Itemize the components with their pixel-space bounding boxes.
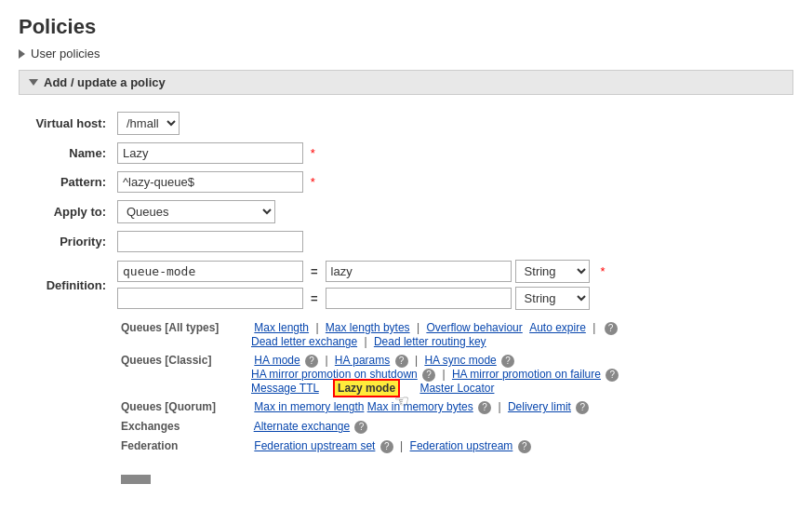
qm-ha-sync-mode[interactable]: ? xyxy=(501,355,514,368)
hint-auto-expire[interactable]: Auto expire xyxy=(529,321,586,334)
def-required: * xyxy=(601,264,606,278)
hint-ha-mirror-failure[interactable]: HA mirror promotion on failure xyxy=(452,368,601,381)
apply-to-row: Apply to: Queues Exchanges All xyxy=(19,196,793,227)
apply-to-label: Apply to: xyxy=(19,196,112,227)
hint-ha-params[interactable]: HA params xyxy=(335,354,390,367)
qm-ha-mirror-failure[interactable]: ? xyxy=(606,369,619,382)
def-type2-select[interactable]: String Number Boolean List xyxy=(515,287,590,310)
name-label: Name: xyxy=(19,139,112,168)
hint-max-in-memory-bytes[interactable]: Max in memory bytes xyxy=(367,400,473,413)
priority-input[interactable] xyxy=(117,231,303,252)
pattern-input[interactable] xyxy=(117,171,303,193)
qm-ha-mirror-shutdown[interactable]: ? xyxy=(422,369,435,382)
definition-row: Definition: = String Number Boolean List… xyxy=(19,256,793,314)
hint-queues-all-links: Max length | Max length bytes | Overflow… xyxy=(254,321,617,334)
add-update-policy-section: Add / update a policy xyxy=(19,70,793,95)
hint-overflow-behaviour[interactable]: Overflow behaviour xyxy=(426,321,522,334)
user-policies-toggle[interactable]: User policies xyxy=(19,47,793,61)
definition-label: Definition: xyxy=(19,256,112,314)
hint-alternate-exchange[interactable]: Alternate exchange xyxy=(254,420,350,433)
hint-federation-upstream-set[interactable]: Federation upstream set xyxy=(254,439,375,452)
hint-ha-sync-mode[interactable]: HA sync mode xyxy=(424,354,496,367)
hint-max-length-bytes[interactable]: Max length bytes xyxy=(326,321,410,334)
def-eq-2: = xyxy=(311,291,318,305)
def-key2-input[interactable] xyxy=(117,288,303,309)
arrow-right-icon xyxy=(19,49,25,59)
priority-label: Priority: xyxy=(19,227,112,256)
hint-exchanges-label: Exchanges xyxy=(121,420,251,433)
hint-master-locator[interactable]: Master Locator xyxy=(419,382,494,395)
qm-alternate-exchange[interactable]: ? xyxy=(354,421,367,434)
qm-max-memory-bytes[interactable]: ? xyxy=(478,401,491,414)
name-row: Name: * xyxy=(19,139,793,168)
hint-exchanges: Exchanges Alternate exchange ? xyxy=(121,420,793,434)
lazy-mode-container: Lazy mode ☞ xyxy=(333,382,400,395)
hint-queues-quorum-links: Max in memory length Max in memory bytes… xyxy=(254,400,589,413)
hint-queues-quorum: Queues [Quorum] Max in memory length Max… xyxy=(121,400,793,414)
user-policies-label: User policies xyxy=(31,47,100,61)
name-input[interactable] xyxy=(117,142,303,164)
hint-queues-all-label: Queues [All types] xyxy=(121,321,251,334)
hint-queues-all: Queues [All types] Max length | Max leng… xyxy=(121,321,793,348)
hint-ha-mode[interactable]: HA mode xyxy=(254,354,300,367)
hint-max-in-memory-length[interactable]: Max in memory length xyxy=(254,400,364,413)
hint-max-length[interactable]: Max length xyxy=(254,321,309,334)
policy-form: Virtual host: /hmall Name: * Pattern: * … xyxy=(19,108,793,314)
add-update-policy-label: Add / update a policy xyxy=(44,75,166,89)
virtual-host-label: Virtual host: xyxy=(19,108,112,139)
def-key-input[interactable] xyxy=(117,261,303,282)
virtual-host-select[interactable]: /hmall xyxy=(117,112,180,135)
qm-federation-upstream-set[interactable]: ? xyxy=(380,440,393,453)
pattern-row: Pattern: * xyxy=(19,168,793,196)
definition-row-1: = String Number Boolean List * xyxy=(117,260,788,283)
apply-to-select[interactable]: Queues Exchanges All xyxy=(117,200,275,223)
hint-federation-upstream[interactable]: Federation upstream xyxy=(410,439,513,452)
def-value-input[interactable] xyxy=(326,261,512,282)
hint-federation: Federation Federation upstream set ? | F… xyxy=(121,439,793,453)
submit-button[interactable] xyxy=(121,475,151,484)
hint-queues-classic: Queues [Classic] HA mode ? | HA params ?… xyxy=(121,354,793,395)
definition-row-2: = String Number Boolean List xyxy=(117,287,788,310)
page-title: Policies xyxy=(19,15,793,39)
hint-delivery-limit[interactable]: Delivery limit xyxy=(508,400,571,413)
hint-queues-classic-links: HA mode ? | HA params ? | HA sync mode ? xyxy=(254,354,514,367)
hint-queues-quorum-label: Queues [Quorum] xyxy=(121,400,251,413)
hint-queues-classic-label: Queues [Classic] xyxy=(121,354,251,367)
hint-federation-links: Federation upstream set ? | Federation u… xyxy=(254,439,530,452)
def-type-select[interactable]: String Number Boolean List xyxy=(515,260,590,283)
def-value2-input[interactable] xyxy=(326,288,512,309)
qm-delivery-limit[interactable]: ? xyxy=(576,401,589,414)
arrow-down-icon xyxy=(29,79,38,86)
qm-federation-upstream[interactable]: ? xyxy=(518,440,531,453)
form-buttons xyxy=(121,468,793,484)
hint-message-ttl[interactable]: Message TTL xyxy=(251,382,319,395)
pattern-label: Pattern: xyxy=(19,168,112,196)
pattern-required: * xyxy=(311,175,315,189)
name-required: * xyxy=(311,146,315,160)
question-mark-all[interactable]: ? xyxy=(605,322,618,335)
qm-ha-params[interactable]: ? xyxy=(395,355,408,368)
priority-row: Priority: xyxy=(19,227,793,256)
qm-ha-mode[interactable]: ? xyxy=(305,355,318,368)
hint-exchanges-links: Alternate exchange ? xyxy=(254,420,368,433)
hint-lazy-mode[interactable]: Lazy mode xyxy=(333,379,400,397)
hints-section: Queues [All types] Max length | Max leng… xyxy=(121,321,793,453)
def-eq-1: = xyxy=(311,264,318,278)
hint-dead-letter-exchange[interactable]: Dead letter exchange xyxy=(251,335,357,348)
hint-federation-label: Federation xyxy=(121,439,251,452)
hint-dead-letter-routing-key[interactable]: Dead letter routing key xyxy=(374,335,486,348)
virtual-host-row: Virtual host: /hmall xyxy=(19,108,793,139)
